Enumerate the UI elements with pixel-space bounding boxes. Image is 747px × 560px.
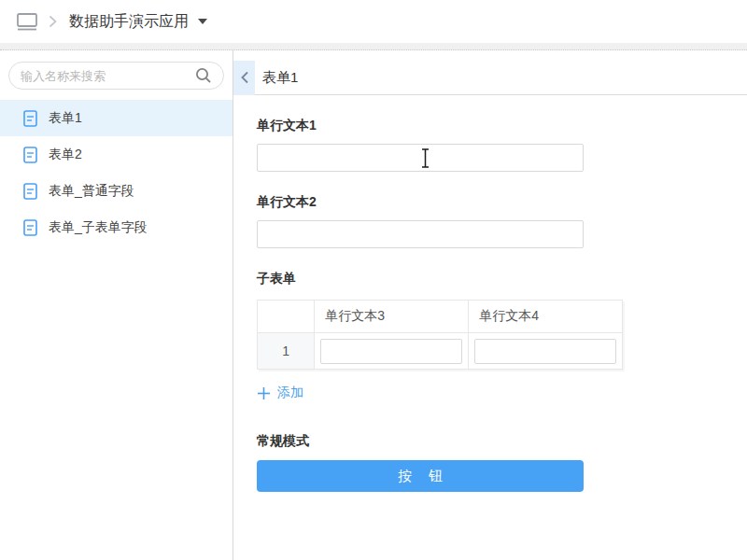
sidebar-item-label: 表单_子表单字段 <box>49 219 148 236</box>
app-window: 数据助手演示应用 <box>0 0 747 560</box>
text-input-2[interactable] <box>257 220 584 248</box>
document-icon <box>23 219 37 236</box>
document-icon <box>23 183 37 200</box>
search-input[interactable] <box>21 69 195 83</box>
form-content: 单行文本1 单行文本2 子表单 <box>233 95 747 492</box>
add-label: 添加 <box>277 385 303 401</box>
subform-table: 单行文本3 单行文本4 1 <box>257 300 623 370</box>
sidebar-item-label: 表单1 <box>49 110 82 127</box>
sidebar: 表单1 表单2 <box>0 50 233 560</box>
sidebar-item-label: 表单_普通字段 <box>49 183 134 200</box>
chevron-left-icon <box>240 70 249 85</box>
subform-row: 1 <box>258 333 623 370</box>
app-title[interactable]: 数据助手演示应用 <box>69 12 189 32</box>
caret-down-icon[interactable] <box>198 19 207 24</box>
subform-header-text3: 单行文本3 <box>315 301 469 333</box>
main-header: 表单1 <box>233 61 747 95</box>
field-label-text1: 单行文本1 <box>257 118 747 134</box>
sidebar-item-form-normal-fields[interactable]: 表单_普通字段 <box>0 173 233 209</box>
monitor-icon[interactable] <box>15 10 39 33</box>
back-button[interactable] <box>233 61 255 95</box>
plus-icon <box>257 386 271 400</box>
search-box <box>8 62 224 90</box>
page-title: 表单1 <box>262 69 298 87</box>
submit-button[interactable]: 按 钮 <box>257 460 584 492</box>
form-list: 表单1 表单2 <box>0 100 233 245</box>
topbar-divider <box>0 43 747 50</box>
document-icon <box>23 110 37 127</box>
subform-header-index <box>258 301 315 333</box>
subform-input-text3[interactable] <box>320 339 462 364</box>
field-label-text2: 单行文本2 <box>257 194 747 211</box>
subform-header-text4: 单行文本4 <box>469 301 623 333</box>
mode-label: 常规模式 <box>257 433 747 450</box>
subform-header-row: 单行文本3 单行文本4 <box>258 301 623 333</box>
topbar: 数据助手演示应用 <box>0 0 747 43</box>
sidebar-item-form1[interactable]: 表单1 <box>0 100 233 136</box>
row-number[interactable]: 1 <box>258 333 315 370</box>
main-panel: 表单1 单行文本1 单行文本2 子表单 <box>233 50 747 560</box>
subform-input-text4[interactable] <box>474 339 616 364</box>
sidebar-item-form2[interactable]: 表单2 <box>0 136 233 173</box>
add-row-button[interactable]: 添加 <box>257 385 322 401</box>
sidebar-item-form-subform-fields[interactable]: 表单_子表单字段 <box>0 209 233 245</box>
chevron-right-icon <box>49 15 57 28</box>
document-icon <box>23 147 37 163</box>
text-input-1[interactable] <box>257 144 584 172</box>
search-icon[interactable] <box>195 67 212 84</box>
sidebar-item-label: 表单2 <box>49 147 82 163</box>
subform-label: 子表单 <box>257 271 747 287</box>
